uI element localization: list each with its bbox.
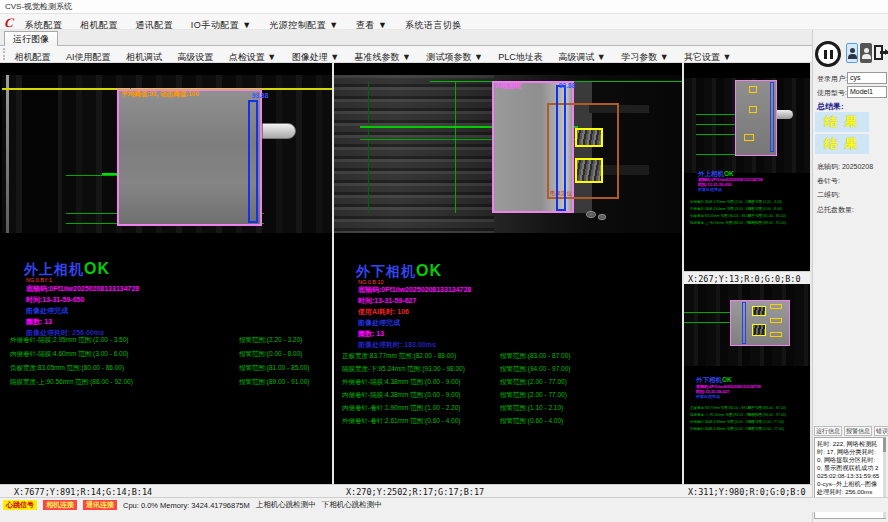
green-vertical-line <box>455 81 456 213</box>
login-user-field[interactable]: cys <box>847 72 887 84</box>
thumbnail-view-top[interactable]: 外上相机OK 底轴码:0Ff1iiw20250208133134728 时间:1… <box>684 66 810 271</box>
measurement-row: 隔膜宽度-上:90.56mm 范围:(88.00 - 92.00) <box>10 378 133 387</box>
thumb-alarm: 报警范围:(2.20 - 3.20) <box>748 200 782 204</box>
annotation-box <box>744 134 754 141</box>
model-field[interactable]: Model1 <box>847 86 887 98</box>
thumb2-coord-readout: X:311;Y:980;R:0;G:0;B:0 <box>688 487 806 497</box>
alarm-range: 报警范围:(0.00 - 8.00) <box>239 350 302 359</box>
tab-connector-shape <box>262 123 296 139</box>
qr-code-label: 二维码: <box>817 190 840 200</box>
thumb-measurement: 隔膜宽度-下:95.24mm 范围:(93.00 - 98.00) <box>690 413 756 417</box>
pause-icon <box>830 50 833 59</box>
blue-measure-value: 93.88 <box>252 92 268 99</box>
user-button[interactable] <box>846 43 858 63</box>
blue-measure-box <box>742 302 746 344</box>
heartbeat-status-badge: 心跳信号 <box>3 500 37 510</box>
left-camera-name: 外上相机 <box>24 261 84 277</box>
thumb-camera-name: 外上相机 <box>698 170 724 177</box>
pause-button[interactable] <box>815 41 841 67</box>
thumb-ok-status: OK <box>724 170 734 177</box>
threshold-overlay-label: 平均阈值:93, 动态阈值:100 <box>121 90 199 99</box>
left-turns-text: 圈数: 13 <box>26 317 52 327</box>
blue-measure-box <box>770 82 774 152</box>
admin-icon <box>864 48 869 53</box>
alarm-range: 报警范围:(89.00 - 91.00) <box>239 378 309 387</box>
part-outline-box <box>117 89 262 226</box>
log-tab-error[interactable]: 错误信息 <box>874 426 888 436</box>
thumbnail-view-bottom[interactable]: 外下相机OK 底轴码:0Ff1iiw20250208133134728 时间:1… <box>684 284 810 484</box>
blue-measure-value: 93.88 <box>559 82 575 89</box>
measurement-row: 正极宽度:83.77mm 范围:(82.00 - 88.00) <box>342 352 456 361</box>
measurement-row: 隔膜宽度-下:95.24mm 范围:(93.00 - 98.00) <box>342 365 465 374</box>
thumb-alarm: 报警范围:(2.00 - 77.00) <box>748 427 784 431</box>
annotation-box <box>770 318 782 323</box>
center-ok-status: OK <box>416 262 442 279</box>
user-icon <box>848 54 857 59</box>
bolt-shape <box>598 214 606 220</box>
alarm-range: 报警范围:(0.60 - 4.00) <box>500 417 563 426</box>
thumb-done: 图像处理完成 <box>698 188 722 193</box>
center-camera-view[interactable]: AI检测框 电极定位 93.88 外下相机OK NG:0,B:10 底轴码:0F… <box>334 66 682 484</box>
center-barcode-text: 底轴码:0Ff1iiw20250208133134728 <box>358 285 471 295</box>
weld-detect-box <box>575 128 603 147</box>
left-barcode-text: 底轴码:0Ff1iiw20250208133134728 <box>26 284 139 294</box>
left-time-text: 时间:13-31-59-650 <box>26 295 84 305</box>
annotation-box <box>770 304 782 309</box>
admin-button[interactable] <box>860 43 872 63</box>
cpu-memory-readout: Cpu: 0.0% Memory: 3424.41796875M <box>123 501 250 510</box>
thumb-alarm: 报警范围:(89.00 - 91.00) <box>748 221 786 225</box>
log-tab-run[interactable]: 运行信息 <box>814 426 842 436</box>
weld-detect-box <box>752 324 766 336</box>
alarm-range: 报警范围:(2.00 - 77.00) <box>500 378 567 387</box>
left-done-text: 图像处理完成 <box>26 306 68 316</box>
measurement-row: 外侧卷针-隔膜:2.95mm 范围:(2.00 - 3.50) <box>10 336 128 345</box>
annotation-box <box>749 86 757 93</box>
green-horizontal-line <box>684 322 736 323</box>
top-camera-heartbeat-text: 上相机心跳检测中 <box>256 500 316 510</box>
center-done-text: 图像处理完成 <box>358 318 400 328</box>
weld-detect-box <box>575 158 603 183</box>
thumb1-coord-readout: X:267;Y:13;R:0;G:0;B:0 <box>688 274 801 284</box>
thumb-measurement: 内侧卷针-隔膜:4.38mm 范围:(0.00 - 9.00) <box>690 427 754 431</box>
thumb-measurement: 外侧卷针-隔膜:2.95mm 范围:(2.00 - 3.50) <box>690 200 754 204</box>
comm-connect-badge: 通讯连接 <box>83 500 117 510</box>
tab-connector-shape <box>777 110 793 119</box>
app-logo-icon: C <box>4 15 15 31</box>
measurement-row: 外侧卷针-卷针:2.61mm 范围:(0.60 - 4.00) <box>342 417 460 426</box>
right-control-panel: 登录用户: cys 使用型号: Model1 总结果: 结 果 结 果 底轴码:… <box>812 30 888 522</box>
center-camera-name: 外下相机 <box>356 263 416 279</box>
weld-detect-box <box>752 306 766 316</box>
tray-count-label: 总托盘数量: <box>817 205 854 215</box>
alarm-range: 报警范围:(2.00 - 77.00) <box>500 391 567 400</box>
camera-connect-badge: 相机连接 <box>43 500 77 510</box>
dark-band <box>22 75 58 233</box>
measurement-row: 内侧卷针-隔膜:4.38mm 范围:(0.00 - 9.00) <box>342 391 460 400</box>
measurement-row: 内侧卷针-卷针:1.90mm 范围:(1.00 - 2.20) <box>342 404 460 413</box>
tab-run-image[interactable]: 运行图像 <box>4 31 58 46</box>
pause-icon <box>824 50 827 59</box>
thumb-measurement: 内侧卷针-隔膜:4.60mm 范围:(3.00 - 6.00) <box>690 207 754 211</box>
toolbar: 相机配置 AI使用配置 相机调试 高级设置 点检设置 ▼ 图像处理 ▼ 基准线参… <box>0 46 812 63</box>
bottom-shaft-code-label: 底轴码: 20250208 <box>817 162 873 172</box>
thumb-camera-name: 外下相机 <box>696 376 722 383</box>
center-ai-elapsed-text: 使用AI耗时: 106 <box>358 307 409 317</box>
green-vertical-line <box>368 81 369 213</box>
thumb-done: 图像处理完成 <box>696 395 720 400</box>
thumb-alarm: 报警范围:(94.00 - 97.00) <box>748 413 786 417</box>
thumb-alarm: 报警范围:(83.00 - 87.00) <box>748 406 786 410</box>
measurement-row: 内侧卷针-隔膜:4.60mm 范围:(3.00 - 6.00) <box>10 350 128 359</box>
left-camera-view[interactable]: 平均阈值:93, 动态阈值:100 93.88 外上相机OK NG:0,BY:1… <box>2 66 332 484</box>
log-tab-alarm[interactable]: 报警信息 <box>844 426 872 436</box>
center-coord-readout: X:270;Y:2502;R:17;G:17;B:17 <box>346 487 484 497</box>
blue-measure-box <box>248 100 258 223</box>
thumb1-coord-bar: X:267;Y:13;R:0;G:0;B:0 <box>684 271 810 284</box>
thumb-alarm: 报警范围:(0.00 - 8.00) <box>748 207 782 211</box>
alarm-range: 报警范围:(83.00 - 87.00) <box>500 352 570 361</box>
toolbar-grip[interactable] <box>3 48 6 60</box>
bottom-camera-heartbeat-text: 下相机心跳检测中 <box>322 500 382 510</box>
green-horizontal-line <box>684 312 736 313</box>
exit-button[interactable] <box>873 43 888 63</box>
window-title: CVS-视觉检测系统 <box>5 2 72 11</box>
annotation-box <box>770 332 782 337</box>
thumb-measurement: 正极宽度:83.77mm 范围:(82.00 - 88.00) <box>690 406 751 410</box>
